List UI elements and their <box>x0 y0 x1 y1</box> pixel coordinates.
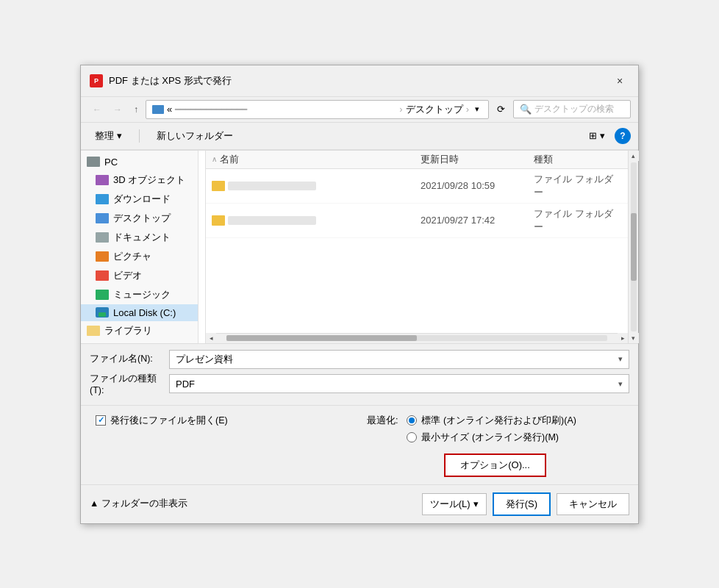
filename-value: プレゼン資料 <box>176 353 233 366</box>
sidebar-label-library: ライブラリ <box>104 324 152 337</box>
up-button[interactable]: ↑ <box>129 101 143 118</box>
filetype-label: ファイルの種類(T): <box>90 373 163 395</box>
save-dialog: P PDF または XPS 形式で発行 × ← → ↑ « ━━━━━━━━━━… <box>80 65 639 524</box>
sidebar-label-download: ダウンロード <box>113 193 171 206</box>
file-name <box>228 216 418 225</box>
organize-label: 整理 <box>95 129 114 143</box>
filename-row: ファイル名(N): プレゼン資料 ▾ <box>90 350 629 369</box>
option-right: 最適化: 標準 (オンライン発行および印刷)(A) 最小サイズ (オンライン発行… <box>367 415 623 477</box>
radio-standard[interactable] <box>407 415 417 426</box>
form-area: ファイル名(N): プレゼン資料 ▾ ファイルの種類(T): PDF ▾ <box>81 343 638 405</box>
main-panel: ∧ 名前 更新日時 種類 2021/09/28 10:59 ファイル フォルダー… <box>206 151 628 343</box>
pc-icon <box>87 157 100 167</box>
breadcrumb-arrow: › <box>466 104 469 115</box>
optimize-label: 最適化: <box>367 415 398 427</box>
content-area: PC 3D オブジェクト ダウンロード デスクトップ ドキュメント <box>81 150 638 343</box>
optimize-section: 最適化: 標準 (オンライン発行および印刷)(A) 最小サイズ (オンライン発行… <box>367 415 623 445</box>
sidebar-item-desktop[interactable]: デスクトップ <box>81 209 198 228</box>
tools-button[interactable]: ツール(L) ▾ <box>422 493 487 515</box>
file-date: 2021/09/28 10:59 <box>421 180 531 191</box>
organize-arrow: ▾ <box>117 130 122 141</box>
scroll-down-button[interactable]: ▾ <box>629 333 639 343</box>
breadcrumb-current: デスクトップ <box>406 103 463 116</box>
column-date: 更新日時 <box>421 153 531 166</box>
disk-icon <box>96 307 109 318</box>
open-after-publish-label: 発行後にファイルを開く(E) <box>110 415 228 427</box>
desktop-icon <box>96 213 109 223</box>
toolbar-separator <box>139 129 140 143</box>
publish-button[interactable]: 発行(S) <box>493 492 551 516</box>
file-name <box>228 182 418 190</box>
tools-label: ツール(L) <box>430 498 471 511</box>
help-button[interactable]: ? <box>615 128 631 144</box>
radio-minsize[interactable] <box>407 432 417 442</box>
radio-standard-row[interactable]: 標準 (オンライン発行および印刷)(A) <box>407 415 576 428</box>
tools-arrow: ▾ <box>473 498 479 509</box>
filename-input[interactable]: プレゼン資料 ▾ <box>169 350 629 369</box>
sidebar-item-library[interactable]: ライブラリ <box>81 321 198 340</box>
view-button[interactable]: ⊞ ▾ <box>584 127 610 144</box>
sidebar-label-video: ビデオ <box>113 269 142 282</box>
breadcrumb[interactable]: « ━━━━━━━━━━━━━━ › デスクトップ › ▾ <box>146 100 489 119</box>
breadcrumb-dropdown[interactable]: ▾ <box>472 103 482 115</box>
bottom-right: ツール(L) ▾ 発行(S) キャンセル <box>422 492 629 516</box>
document-icon <box>96 232 109 243</box>
nav-bar: ← → ↑ « ━━━━━━━━━━━━━━ › デスクトップ › ▾ ⟳ 🔍 … <box>81 97 638 123</box>
filename-dropdown-arrow: ▾ <box>618 354 623 364</box>
sidebar-item-3d[interactable]: 3D オブジェクト <box>81 171 198 190</box>
app-icon: P <box>90 74 103 87</box>
file-type: ファイル フォルダー <box>534 173 622 199</box>
scroll-right-button[interactable]: ▸ <box>618 333 628 343</box>
cancel-button[interactable]: キャンセル <box>557 493 629 515</box>
sidebar-item-picture[interactable]: ピクチャ <box>81 247 198 266</box>
file-list: 2021/09/28 10:59 ファイル フォルダー 2021/09/27 1… <box>206 169 628 333</box>
sidebar: PC 3D オブジェクト ダウンロード デスクトップ ドキュメント <box>81 151 198 343</box>
radio-minsize-label: 最小サイズ (オンライン発行)(M) <box>421 431 559 445</box>
sidebar-label-localdisk: Local Disk (C:) <box>113 307 176 318</box>
library-icon <box>87 326 100 336</box>
toolbar: 整理 ▾ 新しいフォルダー ⊞ ▾ ? <box>81 123 638 150</box>
sidebar-item-download[interactable]: ダウンロード <box>81 190 198 209</box>
sidebar-item-pc[interactable]: PC <box>81 154 198 171</box>
sidebar-label-picture: ピクチャ <box>113 250 151 263</box>
filetype-select[interactable]: PDF ▾ <box>169 374 629 393</box>
view-icon: ⊞ <box>589 130 597 141</box>
file-list-header: ∧ 名前 更新日時 種類 <box>206 151 628 169</box>
sidebar-label-document: ドキュメント <box>113 231 171 244</box>
forward-button[interactable]: → <box>109 101 126 118</box>
close-button[interactable]: × <box>610 71 629 90</box>
scroll-up-button[interactable]: ▴ <box>629 151 639 161</box>
sidebar-item-video[interactable]: ビデオ <box>81 266 198 285</box>
sort-arrow-icon: ∧ <box>212 155 217 163</box>
organize-button[interactable]: 整理 ▾ <box>88 126 129 146</box>
sidebar-item-document[interactable]: ドキュメント <box>81 228 198 247</box>
dialog-title: PDF または XPS 形式で発行 <box>109 74 232 87</box>
new-folder-label: 新しいフォルダー <box>157 129 233 143</box>
option-left: 発行後にファイルを開く(E) <box>96 415 352 427</box>
breadcrumb-path-blurred: ━━━━━━━━━━━━━━ <box>175 104 396 115</box>
view-arrow: ▾ <box>600 130 605 141</box>
title-bar-left: P PDF または XPS 形式で発行 <box>90 74 232 87</box>
vertical-scrollbar[interactable]: ▴ ▾ <box>628 151 638 343</box>
title-bar: P PDF または XPS 形式で発行 × <box>81 65 638 97</box>
sidebar-item-music[interactable]: ミュージック <box>81 285 198 304</box>
column-name: 名前 <box>220 153 418 166</box>
back-button[interactable]: ← <box>88 101 106 118</box>
horizontal-scrollbar[interactable]: ◂ ▸ <box>206 333 628 343</box>
table-row[interactable]: 2021/09/27 17:42 ファイル フォルダー <box>206 204 628 238</box>
filename-label: ファイル名(N): <box>90 353 163 365</box>
file-type: ファイル フォルダー <box>534 207 622 234</box>
breadcrumb-sep: › <box>399 104 402 115</box>
radio-minsize-row[interactable]: 最小サイズ (オンライン発行)(M) <box>407 431 576 445</box>
scroll-left-button[interactable]: ◂ <box>206 333 216 343</box>
refresh-button[interactable]: ⟳ <box>492 101 510 118</box>
folder-toggle-button[interactable]: ▲ フォルダーの非表示 <box>90 498 187 510</box>
folder-icon <box>212 181 225 191</box>
open-after-publish-checkbox[interactable] <box>96 415 106 426</box>
options-button[interactable]: オプション(O)... <box>444 453 546 477</box>
sidebar-item-localdisk[interactable]: Local Disk (C:) <box>81 304 198 321</box>
new-folder-button[interactable]: 新しいフォルダー <box>150 126 240 146</box>
table-row[interactable]: 2021/09/28 10:59 ファイル フォルダー <box>206 169 628 204</box>
radio-standard-label: 標準 (オンライン発行および印刷)(A) <box>421 415 576 428</box>
search-bar: 🔍 デスクトップの検索 <box>513 100 631 118</box>
